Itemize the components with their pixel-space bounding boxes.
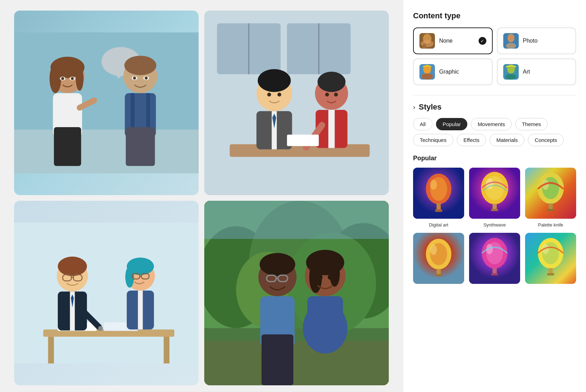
svg-rect-69 bbox=[138, 291, 143, 329]
svg-point-32 bbox=[258, 69, 291, 92]
svg-point-103 bbox=[422, 73, 433, 80]
svg-point-19 bbox=[133, 77, 136, 80]
svg-rect-124 bbox=[547, 209, 554, 211]
style-item-synthwave[interactable]: Synthwave bbox=[469, 168, 520, 228]
svg-point-106 bbox=[506, 74, 516, 80]
left-panel: Two people having a discussion Refresh bbox=[0, 0, 403, 392]
svg-point-128 bbox=[430, 245, 437, 255]
synthwave-label: Synthwave bbox=[484, 222, 506, 228]
svg-point-6 bbox=[50, 64, 61, 93]
svg-rect-24 bbox=[126, 127, 155, 166]
svg-point-100 bbox=[506, 43, 516, 49]
svg-point-61 bbox=[98, 326, 103, 331]
svg-rect-77 bbox=[204, 201, 389, 239]
digital-art-thumb bbox=[413, 168, 464, 219]
image-cell-2[interactable] bbox=[204, 11, 389, 195]
svg-rect-1 bbox=[14, 130, 199, 173]
svg-rect-49 bbox=[164, 337, 170, 363]
graphic-label: Graphic bbox=[439, 69, 486, 75]
svg-point-39 bbox=[318, 71, 346, 92]
svg-rect-130 bbox=[435, 274, 442, 276]
svg-rect-123 bbox=[548, 204, 553, 210]
chip-themes[interactable]: Themes bbox=[515, 118, 548, 130]
graphic-thumbnail bbox=[419, 64, 435, 80]
row2-2-thumb bbox=[469, 233, 520, 284]
svg-rect-48 bbox=[48, 337, 54, 363]
svg-rect-118 bbox=[491, 209, 498, 211]
svg-point-90 bbox=[318, 275, 323, 280]
image-cell-3[interactable] bbox=[14, 201, 199, 385]
style-gallery: Digital art bbox=[413, 168, 576, 287]
synthwave-thumb bbox=[469, 168, 520, 219]
photo-thumbnail bbox=[503, 33, 519, 49]
svg-rect-78 bbox=[204, 341, 389, 385]
row2-3-thumb bbox=[525, 233, 576, 284]
svg-point-89 bbox=[330, 261, 340, 287]
content-type-graphic[interactable]: Graphic bbox=[413, 58, 493, 85]
svg-point-110 bbox=[430, 180, 437, 190]
none-label: None bbox=[439, 38, 474, 44]
content-type-photo[interactable]: Photo bbox=[497, 27, 576, 54]
content-type-grid: None ✓ Photo bbox=[413, 27, 576, 85]
popular-title: Popular bbox=[413, 155, 576, 162]
style-item-row2-3[interactable] bbox=[525, 233, 576, 287]
svg-point-37 bbox=[278, 93, 281, 97]
row2-1-thumb bbox=[413, 233, 464, 284]
content-type-art[interactable]: Art bbox=[497, 58, 576, 85]
palette-knife-label: Palette knife bbox=[538, 222, 563, 228]
styles-header[interactable]: › Styles bbox=[413, 102, 576, 112]
svg-point-80 bbox=[260, 253, 295, 276]
chip-materials[interactable]: Materials bbox=[490, 134, 524, 146]
style-item-row2-1[interactable] bbox=[413, 233, 464, 287]
right-panel: Content type None ✓ bbox=[403, 0, 586, 392]
svg-rect-112 bbox=[435, 209, 442, 212]
svg-point-99 bbox=[507, 34, 515, 42]
chip-movements[interactable]: Movements bbox=[471, 118, 512, 130]
svg-rect-117 bbox=[492, 204, 497, 210]
svg-point-36 bbox=[267, 93, 271, 97]
chip-popular[interactable]: Popular bbox=[436, 118, 468, 130]
svg-rect-46 bbox=[14, 223, 199, 363]
chip-concepts[interactable]: Concepts bbox=[528, 134, 563, 146]
chip-all[interactable]: All bbox=[413, 118, 432, 130]
svg-rect-141 bbox=[548, 268, 553, 274]
svg-point-53 bbox=[58, 257, 87, 276]
svg-rect-14 bbox=[54, 127, 81, 166]
chevron-right-icon: › bbox=[413, 104, 415, 111]
svg-point-91 bbox=[328, 275, 333, 280]
style-item-digital-art[interactable]: Digital art bbox=[413, 168, 464, 228]
none-thumbnail bbox=[419, 33, 435, 49]
svg-point-64 bbox=[125, 266, 134, 288]
art-thumbnail bbox=[503, 64, 519, 80]
style-item-row2-2[interactable] bbox=[469, 233, 520, 287]
image-grid bbox=[14, 11, 389, 385]
image-cell-1[interactable] bbox=[14, 11, 199, 195]
none-checkmark: ✓ bbox=[479, 37, 486, 45]
style-chips: All Popular Movements Themes Techniques … bbox=[413, 118, 576, 146]
svg-rect-129 bbox=[436, 269, 441, 275]
svg-rect-45 bbox=[287, 135, 319, 146]
svg-point-42 bbox=[325, 93, 329, 97]
svg-rect-135 bbox=[492, 268, 497, 274]
content-type-none[interactable]: None ✓ bbox=[413, 27, 493, 54]
style-item-palette-knife[interactable]: Palette knife bbox=[525, 168, 576, 228]
svg-point-43 bbox=[334, 93, 338, 97]
svg-point-10 bbox=[61, 77, 64, 80]
chip-effects[interactable]: Effects bbox=[457, 134, 486, 146]
divider bbox=[413, 95, 576, 95]
svg-point-16 bbox=[124, 56, 156, 75]
svg-rect-41 bbox=[328, 110, 335, 148]
digital-art-label: Digital art bbox=[429, 222, 448, 228]
palette-knife-thumb bbox=[525, 168, 576, 219]
svg-rect-111 bbox=[436, 204, 441, 210]
svg-rect-85 bbox=[262, 334, 293, 385]
content-type-title: Content type bbox=[413, 11, 576, 20]
svg-point-20 bbox=[145, 77, 148, 80]
chip-techniques[interactable]: Techniques bbox=[413, 134, 453, 146]
image-cell-4[interactable] bbox=[204, 201, 389, 385]
svg-rect-136 bbox=[491, 273, 498, 275]
svg-point-7 bbox=[76, 67, 83, 91]
art-label: Art bbox=[523, 69, 570, 75]
styles-title: Styles bbox=[419, 102, 442, 112]
svg-point-11 bbox=[71, 77, 74, 80]
